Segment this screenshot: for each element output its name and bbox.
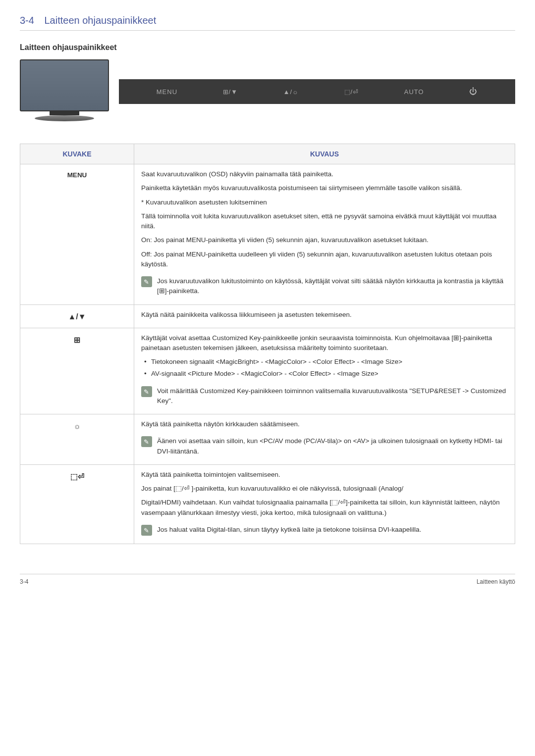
desc-text: Tällä toiminnolla voit lukita kuvaruutuv… [141, 211, 508, 232]
desc-text: Käytä tätä painiketta toimintojen valits… [141, 470, 508, 480]
table-row: MENU Saat kuvaruutuvalikon (OSD) näkyvii… [20, 164, 515, 305]
auto-button-label: AUTO [404, 88, 424, 96]
desc-text: Käytä tätä painiketta näytön kirkkauden … [141, 419, 508, 429]
note-text: Jos haluat valita Digital-tilan, sinun t… [157, 525, 508, 535]
footer-right: Laitteen käyttö [477, 578, 515, 585]
table-row: ⊞ Käyttäjät voivat asettaa Customized Ke… [20, 328, 515, 414]
desc-text: Käytä näitä painikkeita valikossa liikku… [141, 310, 508, 320]
table-row: ▲/▼ Käytä näitä painikkeita valikossa li… [20, 304, 515, 328]
section-number: 3-4 [20, 15, 34, 26]
kuvaus-menu: Saat kuvaruutuvalikon (OSD) näkyviin pai… [134, 164, 515, 305]
kuvaus-custom: Käyttäjät voivat asettaa Customized Key-… [134, 328, 515, 414]
note-text: Voit määrittää Customized Key-painikkeen… [157, 386, 508, 406]
subsection-title: Laitteen ohjauspainikkeet [20, 43, 515, 52]
kuvake-menu: MENU [20, 164, 134, 305]
section-header: 3-4 Laitteen ohjauspainikkeet [20, 15, 515, 31]
kuvake-arrows: ▲/▼ [20, 304, 134, 328]
button-bar: MENU ⊞/▼ ▲/☼ ⬚/⏎ AUTO ⏻ [119, 79, 515, 104]
note-box: Jos kuvaruutuvalikon lukitustoiminto on … [141, 273, 508, 300]
footer-left: 3-4 [20, 578, 28, 585]
note-text: Jos kuvaruutuvalikon lukitustoiminto on … [157, 276, 508, 297]
kuvaus-brightness: Käytä tätä painiketta näytön kirkkauden … [134, 414, 515, 465]
note-icon [141, 276, 152, 287]
custom-button-label: ⊞/▼ [223, 88, 238, 96]
note-text: Äänen voi asettaa vain silloin, kun <PC/… [157, 436, 508, 456]
note-box: Voit määrittää Customized Key-painikkeen… [141, 383, 508, 409]
desc-text: Digital/HDMI) vaihdetaan. Kun vaihdat tu… [141, 498, 508, 518]
header-kuvake: KUVAKE [20, 144, 134, 164]
desc-text: On: Jos painat MENU-painiketta yli viide… [141, 235, 508, 245]
note-icon [141, 386, 152, 397]
monitor-graphic [20, 59, 109, 124]
desc-text: Jos painat [⬚/⏎ ]-painiketta, kun kuvaru… [141, 484, 508, 494]
section-title: Laitteen ohjauspainikkeet [44, 15, 156, 26]
brightness-button-label: ▲/☼ [283, 88, 299, 96]
menu-button-label: MENU [157, 88, 177, 96]
bullet-item: AV-signaalit <Picture Mode> - <MagicColo… [141, 369, 508, 379]
kuvake-custom: ⊞ [20, 328, 134, 414]
monitor-illustration: MENU ⊞/▼ ▲/☼ ⬚/⏎ AUTO ⏻ [20, 59, 515, 124]
note-icon [141, 525, 152, 536]
note-box: Jos haluat valita Digital-tilan, sinun t… [141, 522, 508, 539]
note-box: Äänen voi asettaa vain silloin, kun <PC/… [141, 433, 508, 459]
source-button-label: ⬚/⏎ [344, 88, 359, 96]
desc-text: Off: Jos painat MENU-painiketta uudellee… [141, 250, 508, 270]
kuvake-brightness: ☼ [20, 414, 134, 465]
bullet-item: Tietokoneen signaalit <MagicBright> - <M… [141, 357, 508, 367]
desc-text: * Kuvaruutuvalikon asetusten lukitsemine… [141, 198, 508, 207]
kuvake-source: ⬚⏎ [20, 464, 134, 544]
controls-table: KUVAKE KUVAUS MENU Saat kuvaruutuvalikon… [20, 144, 515, 544]
footer: 3-4 Laitteen käyttö [20, 574, 515, 585]
table-row: ⬚⏎ Käytä tätä painiketta toimintojen val… [20, 464, 515, 544]
desc-text: Painiketta käytetään myös kuvaruutuvalik… [141, 183, 508, 193]
kuvaus-arrows: Käytä näitä painikkeita valikossa liikku… [134, 304, 515, 328]
note-icon [141, 436, 152, 447]
desc-text: Saat kuvaruutuvalikon (OSD) näkyviin pai… [141, 169, 508, 179]
table-row: ☼ Käytä tätä painiketta näytön kirkkaude… [20, 414, 515, 465]
desc-text: Käyttäjät voivat asettaa Customized Key-… [141, 333, 508, 353]
power-icon: ⏻ [469, 87, 478, 96]
kuvaus-source: Käytä tätä painiketta toimintojen valits… [134, 464, 515, 544]
header-kuvaus: KUVAUS [134, 144, 515, 164]
